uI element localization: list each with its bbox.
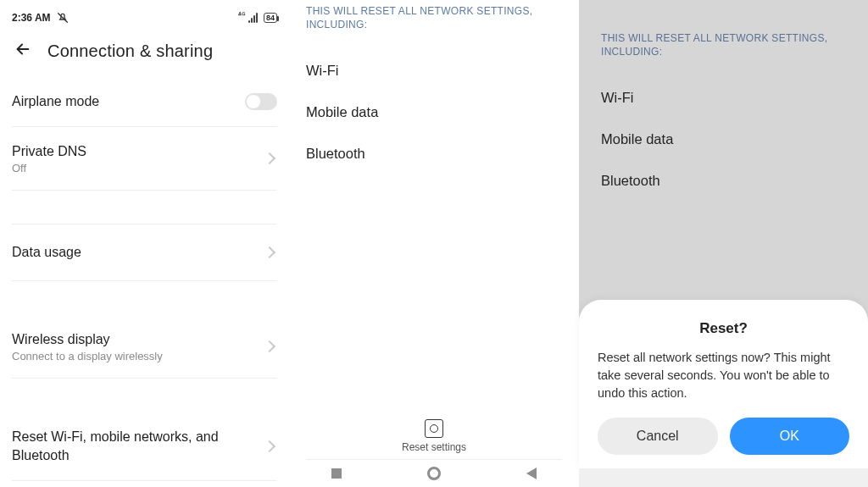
- reset-settings-button[interactable]: Reset settings: [289, 419, 579, 453]
- network-type-icon: ⁴ᴳ: [238, 11, 245, 19]
- list-item: Wi-Fi: [601, 77, 846, 119]
- dialog-title: Reset?: [598, 320, 849, 337]
- title-bar: Connection & sharing: [12, 30, 277, 77]
- mute-bell-icon: [56, 11, 70, 25]
- chevron-right-icon: [264, 440, 275, 452]
- row-title: Airplane mode: [12, 92, 99, 111]
- wireless-display-row[interactable]: Wireless display Connect to a display wi…: [12, 315, 277, 379]
- list-item: Mobile data: [306, 91, 562, 133]
- section-gap: [12, 379, 277, 412]
- android-nav-bar: [289, 460, 579, 487]
- list-item: Bluetooth: [601, 160, 846, 202]
- back-icon[interactable]: [14, 40, 32, 62]
- chevron-right-icon: [264, 246, 275, 258]
- row-subtitle: Connect to a display wirelessly: [12, 350, 163, 362]
- section-gap: [12, 191, 277, 224]
- home-button[interactable]: [427, 467, 441, 480]
- page-title: Connection & sharing: [47, 42, 213, 61]
- reset-network-screen: THIS WILL RESET ALL NETWORK SETTINGS, IN…: [289, 0, 579, 487]
- android-nav-bar: [579, 468, 868, 487]
- row-title: Wireless display: [12, 330, 163, 349]
- private-dns-row[interactable]: Private DNS Off: [12, 127, 277, 191]
- ok-button[interactable]: OK: [730, 418, 850, 455]
- cellular-signal-icon: [248, 13, 260, 23]
- reset-button-label: Reset settings: [402, 441, 466, 453]
- recent-apps-button[interactable]: [331, 468, 342, 479]
- chevron-right-icon: [264, 340, 275, 352]
- settings-connection-screen: 2:36 AM ⁴ᴳ 84 Connection & s: [0, 0, 289, 487]
- row-title: Private DNS: [12, 142, 86, 161]
- reset-icon: [425, 419, 443, 438]
- battery-icon: 84: [264, 13, 277, 23]
- section-gap: [12, 281, 277, 315]
- reset-confirm-screen: THIS WILL RESET ALL NETWORK SETTINGS, IN…: [579, 0, 868, 487]
- reset-network-row[interactable]: Reset Wi-Fi, mobile networks, and Blueto…: [12, 412, 277, 480]
- airplane-mode-toggle[interactable]: [245, 93, 277, 110]
- list-item: Wi-Fi: [306, 50, 562, 91]
- section-header: THIS WILL RESET ALL NETWORK SETTINGS, IN…: [306, 5, 562, 31]
- chromebook-row[interactable]: Chromebook Your phone is not linked to a…: [12, 481, 277, 487]
- confirm-dialog: Reset? Reset all network settings now? T…: [579, 300, 868, 468]
- section-header: THIS WILL RESET ALL NETWORK SETTINGS, IN…: [601, 32, 846, 58]
- airplane-mode-row[interactable]: Airplane mode: [12, 77, 277, 127]
- chevron-right-icon: [264, 152, 275, 164]
- dialog-message: Reset all network settings now? This mig…: [598, 349, 849, 402]
- row-subtitle: Off: [12, 162, 86, 174]
- row-title: Reset Wi-Fi, mobile networks, and Blueto…: [12, 428, 224, 464]
- status-bar: 2:36 AM ⁴ᴳ 84: [12, 6, 277, 30]
- cancel-button[interactable]: Cancel: [598, 418, 718, 455]
- row-title: Data usage: [12, 243, 81, 262]
- status-time: 2:36 AM: [12, 12, 51, 24]
- data-usage-row[interactable]: Data usage: [12, 224, 277, 281]
- list-item: Bluetooth: [306, 133, 562, 174]
- list-item: Mobile data: [601, 119, 846, 160]
- back-button[interactable]: [526, 468, 537, 479]
